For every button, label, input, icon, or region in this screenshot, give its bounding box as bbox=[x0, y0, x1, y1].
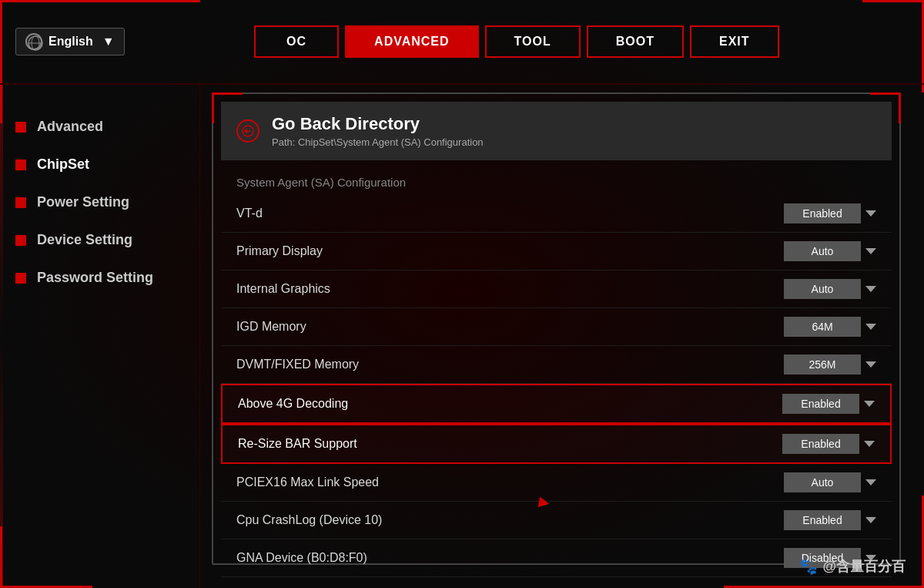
value-arrow-1 bbox=[865, 248, 876, 254]
nav-tab-oc[interactable]: OC bbox=[254, 25, 339, 58]
content-panel: Go Back Directory Path: ChipSet\System A… bbox=[212, 92, 901, 565]
setting-label-6: Re-Size BAR Support bbox=[238, 437, 357, 451]
setting-value-2: Auto bbox=[784, 279, 876, 299]
setting-row-6[interactable]: Re-Size BAR SupportEnabled bbox=[221, 424, 892, 464]
value-arrow-3 bbox=[865, 324, 876, 330]
sidebar-item-advanced[interactable]: Advanced bbox=[0, 108, 199, 146]
value-box-5: Enabled bbox=[782, 394, 859, 414]
sidebar-icon-password bbox=[15, 273, 26, 284]
sidebar-item-chipset[interactable]: ChipSet bbox=[0, 146, 199, 183]
panel-corner-tr bbox=[870, 92, 901, 123]
value-box-1: Auto bbox=[784, 241, 861, 261]
setting-label-3: IGD Memory bbox=[236, 320, 306, 334]
setting-value-7: Auto bbox=[784, 472, 876, 492]
dropdown-arrow: ▼ bbox=[102, 35, 115, 49]
sidebar: AdvancedChipSetPower SettingDevice Setti… bbox=[0, 85, 200, 588]
setting-value-4: 256M bbox=[784, 354, 876, 375]
setting-label-8: Cpu CrashLog (Device 10) bbox=[236, 513, 382, 527]
value-box-6: Enabled bbox=[782, 434, 859, 454]
go-back-path: Path: ChipSet\System Agent (SA) Configur… bbox=[272, 136, 484, 148]
value-arrow-5 bbox=[864, 401, 875, 407]
watermark-text: @含量百分百 bbox=[822, 557, 906, 576]
sidebar-icon-advanced bbox=[15, 122, 26, 133]
value-box-8: Enabled bbox=[784, 510, 861, 530]
value-arrow-7 bbox=[865, 479, 876, 486]
sidebar-icon-chipset bbox=[15, 160, 26, 170]
value-box-0: Enabled bbox=[784, 203, 861, 223]
sidebar-label-advanced: Advanced bbox=[37, 119, 103, 135]
nav-tab-advanced[interactable]: ADVANCED bbox=[345, 25, 478, 58]
value-arrow-8 bbox=[865, 517, 876, 523]
nav-tabs: OCADVANCEDTOOLBootEXIT bbox=[254, 25, 778, 58]
sidebar-label-password: Password Setting bbox=[37, 270, 153, 286]
setting-value-5: Enabled bbox=[782, 394, 875, 414]
setting-row-0[interactable]: VT-dEnabled bbox=[221, 195, 892, 233]
settings-list: VT-dEnabledPrimary DisplayAutoInternal G… bbox=[213, 195, 899, 577]
setting-label-7: PCIEX16 Max Link Speed bbox=[236, 475, 379, 489]
top-bar: English ▼ OCADVANCEDTOOLBootEXIT bbox=[0, 0, 924, 85]
nav-tab-boot[interactable]: Boot bbox=[587, 25, 684, 58]
sidebar-label-power: Power Setting bbox=[37, 194, 129, 210]
sidebar-item-power[interactable]: Power Setting bbox=[0, 183, 199, 221]
language-label: English bbox=[49, 35, 93, 49]
language-selector[interactable]: English ▼ bbox=[15, 28, 125, 55]
setting-row-8[interactable]: Cpu CrashLog (Device 10)Enabled bbox=[221, 502, 892, 539]
panel-corner-tl bbox=[212, 92, 243, 123]
setting-value-3: 64M bbox=[784, 317, 876, 337]
sidebar-label-chipset: ChipSet bbox=[37, 156, 89, 173]
value-box-3: 64M bbox=[784, 317, 861, 337]
setting-value-6: Enabled bbox=[782, 434, 875, 454]
setting-row-2[interactable]: Internal GraphicsAuto bbox=[221, 270, 892, 308]
setting-row-4[interactable]: DVMT/FIXED Memory256M bbox=[221, 346, 892, 384]
nav-tab-exit[interactable]: EXIT bbox=[690, 25, 779, 58]
value-arrow-6 bbox=[864, 441, 875, 447]
sidebar-icon-power bbox=[15, 197, 26, 208]
value-box-4: 256M bbox=[784, 354, 861, 375]
setting-label-0: VT-d bbox=[236, 207, 263, 220]
main-content: Go Back Directory Path: ChipSet\System A… bbox=[212, 92, 901, 565]
value-arrow-2 bbox=[865, 286, 876, 292]
value-arrow-0 bbox=[865, 210, 876, 217]
setting-row-3[interactable]: IGD Memory64M bbox=[221, 308, 892, 346]
section-label: System Agent (SA) Configuration bbox=[221, 168, 899, 195]
setting-row-5[interactable]: Above 4G DecodingEnabled bbox=[221, 384, 892, 424]
go-back-header[interactable]: Go Back Directory Path: ChipSet\System A… bbox=[221, 102, 892, 160]
paw-icon: 🐾 bbox=[798, 557, 818, 576]
sidebar-icon-device bbox=[15, 235, 26, 246]
setting-label-5: Above 4G Decoding bbox=[238, 397, 348, 411]
setting-label-2: Internal Graphics bbox=[236, 282, 330, 296]
globe-icon bbox=[25, 33, 42, 50]
setting-row-7[interactable]: PCIEX16 Max Link SpeedAuto bbox=[221, 464, 892, 502]
setting-label-4: DVMT/FIXED Memory bbox=[236, 358, 359, 371]
value-arrow-4 bbox=[865, 361, 876, 368]
value-box-2: Auto bbox=[784, 279, 861, 299]
sidebar-label-device: Device Setting bbox=[37, 232, 132, 248]
sidebar-item-device[interactable]: Device Setting bbox=[0, 221, 199, 259]
setting-label-1: Primary Display bbox=[236, 244, 323, 258]
setting-value-1: Auto bbox=[784, 241, 876, 261]
go-back-text: Go Back Directory Path: ChipSet\System A… bbox=[272, 114, 484, 148]
setting-value-8: Enabled bbox=[784, 510, 876, 530]
setting-value-0: Enabled bbox=[784, 203, 876, 223]
go-back-title: Go Back Directory bbox=[272, 114, 484, 134]
setting-row-1[interactable]: Primary DisplayAuto bbox=[221, 233, 892, 270]
setting-label-9: GNA Device (B0:D8:F0) bbox=[236, 551, 367, 565]
watermark: 🐾 @含量百分百 bbox=[798, 557, 906, 576]
sidebar-item-password[interactable]: Password Setting bbox=[0, 259, 199, 297]
value-box-7: Auto bbox=[784, 472, 861, 492]
nav-tab-tool[interactable]: TOOL bbox=[485, 25, 581, 58]
setting-row-9[interactable]: GNA Device (B0:D8:F0)Disabled bbox=[221, 539, 892, 577]
